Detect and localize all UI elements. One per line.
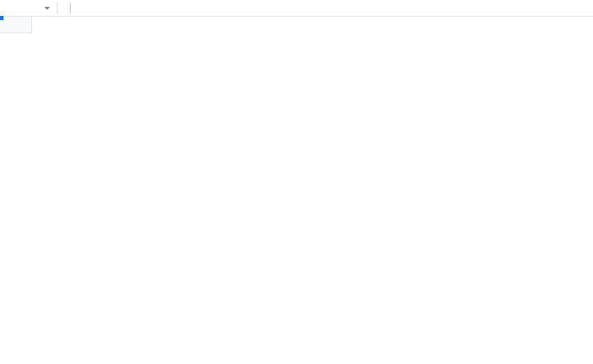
divider [57, 2, 57, 15]
chevron-down-icon [44, 7, 50, 10]
spreadsheet-grid [0, 17, 593, 364]
formula-input[interactable] [71, 0, 593, 16]
select-all-corner[interactable] [0, 17, 32, 33]
name-box[interactable] [0, 0, 54, 17]
formula-bar [0, 0, 593, 17]
